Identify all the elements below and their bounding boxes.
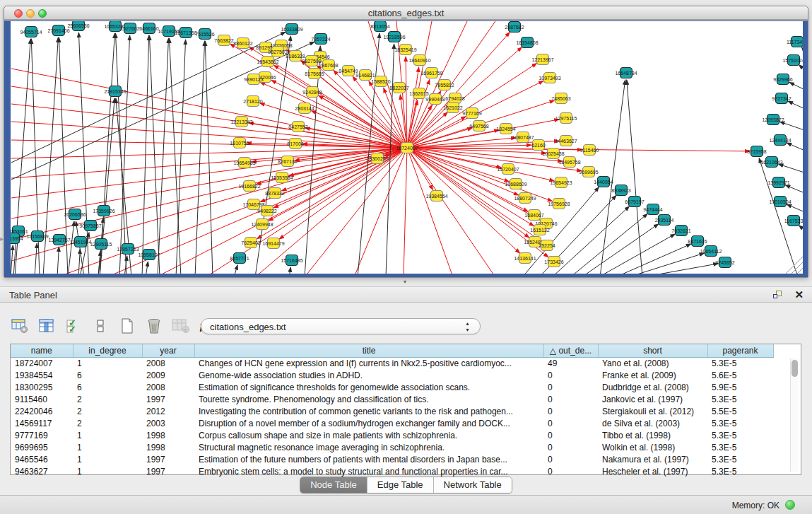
svg-text:15353584: 15353584 — [271, 175, 293, 180]
table-row[interactable]: 2242004622012Investigating the contribut… — [11, 405, 773, 417]
left-panel-collapse-arrow-icon[interactable]: ▸ — [0, 235, 4, 243]
network-canvas[interactable]: 1872400788601228912955182260589827503818… — [11, 21, 803, 274]
tab-network-table[interactable]: Network Table — [434, 477, 512, 493]
rows-icon[interactable] — [90, 316, 110, 336]
svg-text:16033809: 16033809 — [281, 27, 302, 32]
table-header-row: namein_degreeyeartitle△ out_de...shortpa… — [11, 344, 773, 357]
column-header-out_degree[interactable]: △ out_de... — [543, 344, 598, 357]
column-header-name[interactable]: name — [11, 344, 73, 357]
svg-text:1527602: 1527602 — [120, 26, 139, 31]
cell-name: 18300295 — [11, 381, 73, 393]
table-row[interactable]: 946554611997Estimation of the future num… — [11, 453, 773, 465]
svg-text:18724007: 18724007 — [396, 146, 418, 151]
cell-name: 18724007 — [11, 357, 73, 369]
delete-column-icon[interactable]: x — [171, 316, 191, 336]
float-panel-icon[interactable] — [773, 290, 784, 300]
svg-text:7955812: 7955812 — [435, 83, 454, 88]
svg-text:18300295: 18300295 — [366, 156, 388, 161]
table-row[interactable]: 1872400712008Changes of HCN gene express… — [11, 357, 773, 369]
svg-text:19756928: 19756928 — [548, 201, 570, 206]
svg-text:2935114: 2935114 — [655, 218, 674, 223]
table-row[interactable]: 911546021997Tourette syndrome. Phenomeno… — [11, 393, 773, 405]
cell-year: 1997 — [142, 393, 194, 405]
tab-node-table[interactable]: Node Table — [300, 477, 367, 493]
table-options-icon[interactable] — [10, 316, 30, 336]
svg-text:16961758: 16961758 — [420, 71, 442, 76]
cell-pagerank: 5.3E-5 — [707, 417, 773, 429]
table-row[interactable]: 1456911722003Disruption of a novel membe… — [11, 417, 773, 429]
column-header-short[interactable]: short — [598, 344, 707, 357]
svg-text:8427552: 8427552 — [288, 124, 307, 129]
table-row[interactable]: 1938455462009Genome-wide association stu… — [11, 369, 773, 381]
window-titlebar[interactable]: citations_edges.txt — [4, 6, 808, 20]
table-toolbar: ✓✓ x f(x) — [10, 315, 218, 337]
table-row[interactable]: 977716911998Corpus callosum shape and si… — [11, 429, 773, 441]
cell-pagerank: 5.5E-5 — [707, 405, 773, 417]
svg-text:19384554: 19384554 — [425, 194, 447, 199]
scrollbar-thumb[interactable] — [792, 360, 798, 377]
tab-edge-table[interactable]: Edge Table — [367, 477, 434, 493]
svg-text:8860122: 8860122 — [233, 41, 252, 46]
cell-in_degree: 2 — [73, 393, 142, 405]
cell-in_degree: 1 — [73, 453, 142, 465]
svg-text:12213967: 12213967 — [531, 57, 553, 62]
table-row[interactable]: 969969511998Structural magnetic resonanc… — [11, 441, 773, 453]
table-vertical-scrollbar[interactable] — [790, 358, 798, 472]
svg-text:1167533: 1167533 — [784, 218, 803, 223]
show-columns-icon[interactable] — [37, 316, 57, 336]
close-icon[interactable]: ✕ — [794, 288, 804, 301]
svg-text:12975115: 12975115 — [555, 116, 577, 121]
svg-text:14136141: 14136141 — [514, 256, 536, 261]
cell-out_degree: 0 — [543, 465, 598, 477]
cell-title: Genome-wide association studies in ADHD. — [194, 369, 543, 381]
cell-out_degree: 0 — [543, 441, 598, 453]
cell-year: 2008 — [142, 381, 194, 393]
table-row[interactable]: 1830029562008Estimation of significance … — [11, 381, 773, 393]
splitter-handle[interactable]: ▾ — [400, 279, 410, 285]
cell-pagerank: 5.3E-5 — [707, 393, 773, 405]
svg-text:16210643: 16210643 — [760, 160, 782, 165]
svg-text:15751024: 15751024 — [782, 58, 803, 63]
cell-year: 1997 — [142, 465, 194, 477]
svg-text:1440954: 1440954 — [594, 180, 613, 185]
column-header-in_degree[interactable]: in_degree — [73, 344, 142, 357]
cell-out_degree: 0 — [543, 453, 598, 465]
cell-year: 1997 — [142, 453, 194, 465]
svg-text:8267130: 8267130 — [278, 159, 297, 164]
application-root: citations_edges.txt 18724007886012289129… — [0, 0, 812, 514]
table-selector[interactable]: citations_edges.txt ▲▼ — [201, 318, 481, 334]
svg-text:7485063: 7485063 — [551, 96, 570, 101]
svg-text:7625402: 7625402 — [241, 240, 260, 245]
table-tabs: Node Table Edge Table Network Table — [0, 477, 812, 492]
table-row[interactable]: 946362711997Embryonic stem cells: a mode… — [11, 465, 773, 477]
cell-name: 9115460 — [11, 393, 73, 405]
network-window: citations_edges.txt 18724007886012289129… — [4, 6, 808, 278]
column-header-title[interactable]: title — [194, 344, 543, 357]
cell-short: Jankovic et al. (1997) — [598, 393, 707, 405]
cell-short: Tibbo et al. (1998) — [598, 429, 707, 441]
cell-title: Estimation of the future numbers of pati… — [194, 453, 543, 465]
cell-short: Nakamura et al. (1997) — [598, 453, 707, 465]
cell-short: Franke et al. (2009) — [598, 369, 707, 381]
select-all-columns-icon[interactable]: ✓✓ — [64, 316, 83, 336]
delete-table-icon[interactable] — [144, 316, 164, 336]
svg-text:9777169: 9777169 — [462, 111, 481, 116]
column-header-pagerank[interactable]: pagerank — [707, 344, 773, 357]
svg-text:1621022: 1621022 — [443, 105, 462, 110]
cell-name: 9463627 — [11, 465, 73, 477]
svg-text:13992971: 13992971 — [767, 180, 789, 185]
cell-short: de Silva et al. (2003) — [598, 417, 707, 429]
column-header-year[interactable]: year — [142, 344, 194, 357]
svg-text:10654112: 10654112 — [700, 249, 722, 254]
cell-out_degree: 0 — [543, 381, 598, 393]
cell-out_degree: 0 — [543, 405, 598, 417]
cell-in_degree: 2 — [73, 417, 142, 429]
svg-text:9890123: 9890123 — [244, 77, 263, 82]
memory-status-icon[interactable] — [785, 500, 795, 510]
cell-out_degree: 49 — [543, 357, 598, 369]
svg-text:1824554: 1824554 — [496, 127, 515, 132]
svg-text:17359926: 17359926 — [93, 209, 114, 214]
cell-short: Stergiakouli et al. (2012) — [598, 405, 707, 417]
svg-text:27091406: 27091406 — [47, 28, 69, 33]
new-table-icon[interactable] — [117, 316, 137, 336]
